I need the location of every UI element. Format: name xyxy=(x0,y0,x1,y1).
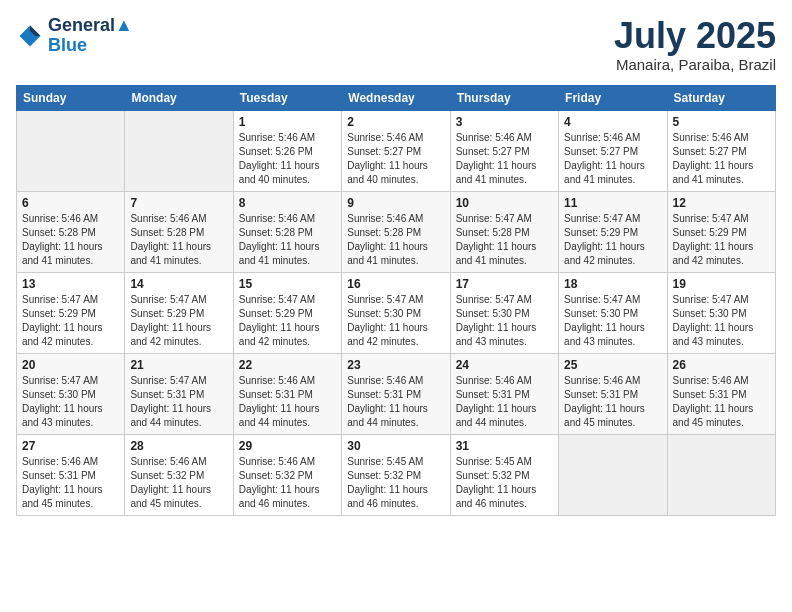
col-header-sunday: Sunday xyxy=(17,85,125,110)
day-number: 11 xyxy=(564,196,661,210)
calendar-cell: 6Sunrise: 5:46 AM Sunset: 5:28 PM Daylig… xyxy=(17,191,125,272)
calendar-cell: 20Sunrise: 5:47 AM Sunset: 5:30 PM Dayli… xyxy=(17,353,125,434)
day-number: 18 xyxy=(564,277,661,291)
cell-info: Sunrise: 5:47 AM Sunset: 5:29 PM Dayligh… xyxy=(130,293,227,349)
calendar-week-5: 27Sunrise: 5:46 AM Sunset: 5:31 PM Dayli… xyxy=(17,434,776,515)
calendar-cell: 31Sunrise: 5:45 AM Sunset: 5:32 PM Dayli… xyxy=(450,434,558,515)
calendar-cell xyxy=(667,434,775,515)
cell-info: Sunrise: 5:47 AM Sunset: 5:29 PM Dayligh… xyxy=(673,212,770,268)
calendar-week-1: 1Sunrise: 5:46 AM Sunset: 5:26 PM Daylig… xyxy=(17,110,776,191)
calendar-cell: 22Sunrise: 5:46 AM Sunset: 5:31 PM Dayli… xyxy=(233,353,341,434)
cell-info: Sunrise: 5:46 AM Sunset: 5:28 PM Dayligh… xyxy=(239,212,336,268)
calendar-week-4: 20Sunrise: 5:47 AM Sunset: 5:30 PM Dayli… xyxy=(17,353,776,434)
day-number: 28 xyxy=(130,439,227,453)
cell-info: Sunrise: 5:46 AM Sunset: 5:27 PM Dayligh… xyxy=(564,131,661,187)
day-number: 20 xyxy=(22,358,119,372)
cell-info: Sunrise: 5:46 AM Sunset: 5:28 PM Dayligh… xyxy=(347,212,444,268)
cell-info: Sunrise: 5:47 AM Sunset: 5:31 PM Dayligh… xyxy=(130,374,227,430)
calendar-cell: 15Sunrise: 5:47 AM Sunset: 5:29 PM Dayli… xyxy=(233,272,341,353)
day-number: 5 xyxy=(673,115,770,129)
calendar-cell: 8Sunrise: 5:46 AM Sunset: 5:28 PM Daylig… xyxy=(233,191,341,272)
cell-info: Sunrise: 5:47 AM Sunset: 5:30 PM Dayligh… xyxy=(347,293,444,349)
cell-info: Sunrise: 5:47 AM Sunset: 5:29 PM Dayligh… xyxy=(564,212,661,268)
calendar-cell: 25Sunrise: 5:46 AM Sunset: 5:31 PM Dayli… xyxy=(559,353,667,434)
calendar-cell: 29Sunrise: 5:46 AM Sunset: 5:32 PM Dayli… xyxy=(233,434,341,515)
day-number: 14 xyxy=(130,277,227,291)
day-number: 3 xyxy=(456,115,553,129)
month-year: July 2025 xyxy=(614,16,776,56)
day-number: 8 xyxy=(239,196,336,210)
calendar-cell: 21Sunrise: 5:47 AM Sunset: 5:31 PM Dayli… xyxy=(125,353,233,434)
calendar-cell: 1Sunrise: 5:46 AM Sunset: 5:26 PM Daylig… xyxy=(233,110,341,191)
cell-info: Sunrise: 5:46 AM Sunset: 5:27 PM Dayligh… xyxy=(456,131,553,187)
calendar-cell: 24Sunrise: 5:46 AM Sunset: 5:31 PM Dayli… xyxy=(450,353,558,434)
calendar-header-row: SundayMondayTuesdayWednesdayThursdayFrid… xyxy=(17,85,776,110)
day-number: 10 xyxy=(456,196,553,210)
cell-info: Sunrise: 5:46 AM Sunset: 5:31 PM Dayligh… xyxy=(22,455,119,511)
day-number: 26 xyxy=(673,358,770,372)
cell-info: Sunrise: 5:47 AM Sunset: 5:30 PM Dayligh… xyxy=(564,293,661,349)
calendar-cell: 23Sunrise: 5:46 AM Sunset: 5:31 PM Dayli… xyxy=(342,353,450,434)
cell-info: Sunrise: 5:45 AM Sunset: 5:32 PM Dayligh… xyxy=(456,455,553,511)
cell-info: Sunrise: 5:47 AM Sunset: 5:30 PM Dayligh… xyxy=(22,374,119,430)
calendar-cell xyxy=(17,110,125,191)
day-number: 15 xyxy=(239,277,336,291)
calendar-cell: 10Sunrise: 5:47 AM Sunset: 5:28 PM Dayli… xyxy=(450,191,558,272)
cell-info: Sunrise: 5:46 AM Sunset: 5:28 PM Dayligh… xyxy=(22,212,119,268)
cell-info: Sunrise: 5:46 AM Sunset: 5:27 PM Dayligh… xyxy=(673,131,770,187)
cell-info: Sunrise: 5:46 AM Sunset: 5:32 PM Dayligh… xyxy=(130,455,227,511)
cell-info: Sunrise: 5:46 AM Sunset: 5:31 PM Dayligh… xyxy=(347,374,444,430)
cell-info: Sunrise: 5:47 AM Sunset: 5:30 PM Dayligh… xyxy=(673,293,770,349)
calendar-cell: 3Sunrise: 5:46 AM Sunset: 5:27 PM Daylig… xyxy=(450,110,558,191)
calendar-cell: 14Sunrise: 5:47 AM Sunset: 5:29 PM Dayli… xyxy=(125,272,233,353)
calendar-cell: 13Sunrise: 5:47 AM Sunset: 5:29 PM Dayli… xyxy=(17,272,125,353)
cell-info: Sunrise: 5:45 AM Sunset: 5:32 PM Dayligh… xyxy=(347,455,444,511)
cell-info: Sunrise: 5:47 AM Sunset: 5:28 PM Dayligh… xyxy=(456,212,553,268)
col-header-saturday: Saturday xyxy=(667,85,775,110)
calendar-cell xyxy=(125,110,233,191)
day-number: 24 xyxy=(456,358,553,372)
day-number: 17 xyxy=(456,277,553,291)
logo: General▲ Blue xyxy=(16,16,133,56)
title-block: July 2025 Manaira, Paraiba, Brazil xyxy=(614,16,776,73)
calendar-cell: 18Sunrise: 5:47 AM Sunset: 5:30 PM Dayli… xyxy=(559,272,667,353)
col-header-tuesday: Tuesday xyxy=(233,85,341,110)
day-number: 7 xyxy=(130,196,227,210)
col-header-wednesday: Wednesday xyxy=(342,85,450,110)
calendar-cell: 5Sunrise: 5:46 AM Sunset: 5:27 PM Daylig… xyxy=(667,110,775,191)
day-number: 6 xyxy=(22,196,119,210)
calendar-cell: 26Sunrise: 5:46 AM Sunset: 5:31 PM Dayli… xyxy=(667,353,775,434)
day-number: 19 xyxy=(673,277,770,291)
location: Manaira, Paraiba, Brazil xyxy=(614,56,776,73)
calendar-week-2: 6Sunrise: 5:46 AM Sunset: 5:28 PM Daylig… xyxy=(17,191,776,272)
page-header: General▲ Blue July 2025 Manaira, Paraiba… xyxy=(16,16,776,73)
day-number: 1 xyxy=(239,115,336,129)
calendar-cell: 4Sunrise: 5:46 AM Sunset: 5:27 PM Daylig… xyxy=(559,110,667,191)
calendar-cell: 28Sunrise: 5:46 AM Sunset: 5:32 PM Dayli… xyxy=(125,434,233,515)
calendar-cell xyxy=(559,434,667,515)
cell-info: Sunrise: 5:46 AM Sunset: 5:31 PM Dayligh… xyxy=(564,374,661,430)
calendar-week-3: 13Sunrise: 5:47 AM Sunset: 5:29 PM Dayli… xyxy=(17,272,776,353)
calendar-cell: 7Sunrise: 5:46 AM Sunset: 5:28 PM Daylig… xyxy=(125,191,233,272)
day-number: 23 xyxy=(347,358,444,372)
day-number: 4 xyxy=(564,115,661,129)
day-number: 29 xyxy=(239,439,336,453)
logo-icon xyxy=(16,22,44,50)
cell-info: Sunrise: 5:47 AM Sunset: 5:30 PM Dayligh… xyxy=(456,293,553,349)
calendar-table: SundayMondayTuesdayWednesdayThursdayFrid… xyxy=(16,85,776,516)
day-number: 9 xyxy=(347,196,444,210)
calendar-cell: 11Sunrise: 5:47 AM Sunset: 5:29 PM Dayli… xyxy=(559,191,667,272)
day-number: 13 xyxy=(22,277,119,291)
cell-info: Sunrise: 5:47 AM Sunset: 5:29 PM Dayligh… xyxy=(22,293,119,349)
col-header-friday: Friday xyxy=(559,85,667,110)
calendar-cell: 19Sunrise: 5:47 AM Sunset: 5:30 PM Dayli… xyxy=(667,272,775,353)
day-number: 30 xyxy=(347,439,444,453)
col-header-monday: Monday xyxy=(125,85,233,110)
day-number: 12 xyxy=(673,196,770,210)
day-number: 25 xyxy=(564,358,661,372)
logo-text: General▲ Blue xyxy=(48,16,133,56)
cell-info: Sunrise: 5:46 AM Sunset: 5:28 PM Dayligh… xyxy=(130,212,227,268)
cell-info: Sunrise: 5:46 AM Sunset: 5:31 PM Dayligh… xyxy=(673,374,770,430)
cell-info: Sunrise: 5:46 AM Sunset: 5:31 PM Dayligh… xyxy=(239,374,336,430)
day-number: 31 xyxy=(456,439,553,453)
